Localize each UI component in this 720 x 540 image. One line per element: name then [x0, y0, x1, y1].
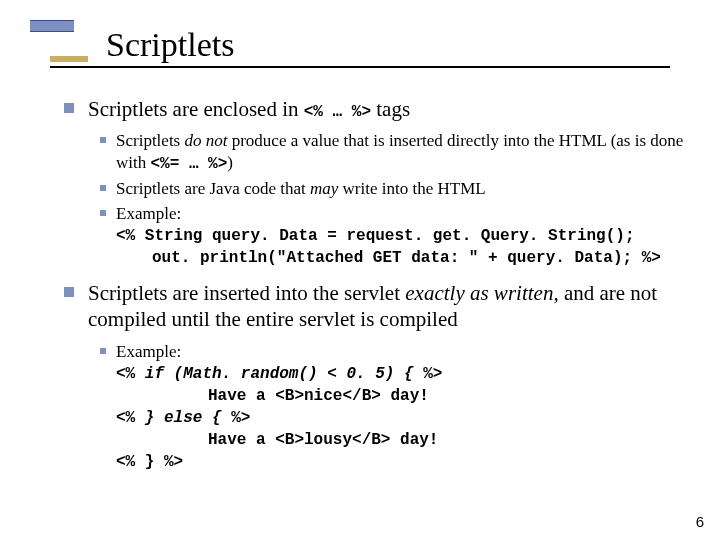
text-italic: may	[310, 179, 338, 198]
bullet-1: Scriptlets are enclosed in <% … %> tags	[64, 96, 684, 122]
code-text: <% … %>	[304, 103, 371, 121]
title-bar: Scriptlets	[50, 26, 670, 68]
bullet-1-1: Scriptlets do not produce a value that i…	[100, 130, 684, 173]
bullet-1-1-text: Scriptlets do not produce a value that i…	[116, 130, 684, 173]
square-bullet-icon	[100, 185, 106, 191]
bullet-2-1: Example: <% if (Math. random() < 0. 5) {…	[100, 341, 684, 472]
page-number: 6	[696, 513, 704, 530]
bullet-1-3-text: Example: <% String query. Data = request…	[116, 203, 661, 268]
code-line: out. println("Attached GET data: " + que…	[116, 249, 661, 267]
code-line: <% if (Math. random() < 0. 5) { %>	[116, 365, 442, 383]
bullet-1-3: Example: <% String query. Data = request…	[100, 203, 684, 268]
text-italic: do not	[184, 131, 227, 150]
code-line: <% } %>	[116, 453, 183, 471]
bullet-1-2-text: Scriptlets are Java code that may write …	[116, 178, 486, 199]
text: write into the HTML	[338, 179, 485, 198]
text: Example:	[116, 342, 181, 361]
code: %>	[222, 409, 251, 427]
code-italic: } else {	[145, 409, 222, 427]
bullet-2-1-text: Example: <% if (Math. random() < 0. 5) {…	[116, 341, 442, 472]
code-line: Have a <B>lousy</B> day!	[116, 431, 438, 449]
code-line: Have a <B>nice</B> day!	[116, 387, 429, 405]
code: <%	[116, 365, 145, 383]
code: <%	[116, 409, 145, 427]
square-bullet-icon	[64, 103, 74, 113]
code-text: <%= … %>	[150, 155, 227, 173]
bullet-1-2: Scriptlets are Java code that may write …	[100, 178, 684, 199]
square-bullet-icon	[100, 210, 106, 216]
text: )	[227, 153, 233, 172]
slide-content: Scriptlets are enclosed in <% … %> tags …	[64, 96, 684, 476]
title-accent-under	[50, 56, 88, 62]
text-italic: exactly as written,	[405, 281, 558, 305]
bullet-2: Scriptlets are inserted into the servlet…	[64, 280, 684, 333]
text: Scriptlets	[116, 131, 184, 150]
square-bullet-icon	[100, 137, 106, 143]
slide-title: Scriptlets	[50, 26, 670, 64]
code-line: <% String query. Data = request. get. Qu…	[116, 227, 634, 245]
code-line: <% } else { %>	[116, 409, 250, 427]
text: Scriptlets are Java code that	[116, 179, 310, 198]
code: %>	[414, 365, 443, 383]
square-bullet-icon	[64, 287, 74, 297]
square-bullet-icon	[100, 348, 106, 354]
text: Scriptlets are enclosed in	[88, 97, 304, 121]
code-italic: if (Math. random() < 0. 5) {	[145, 365, 414, 383]
text: Scriptlets are inserted into the servlet	[88, 281, 405, 305]
text: Example:	[116, 204, 181, 223]
bullet-1-text: Scriptlets are enclosed in <% … %> tags	[88, 96, 410, 122]
bullet-2-text: Scriptlets are inserted into the servlet…	[88, 280, 684, 333]
text: tags	[371, 97, 410, 121]
